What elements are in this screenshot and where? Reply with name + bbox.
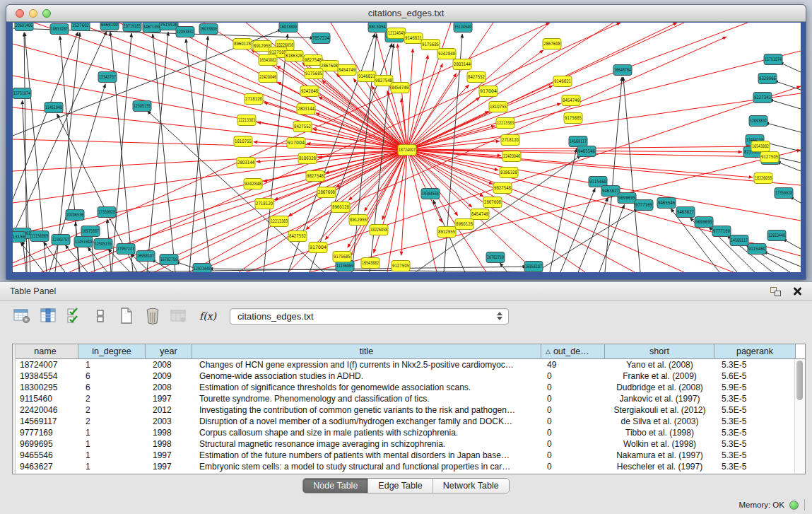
graph-node[interactable]: 16782759 (160, 255, 178, 265)
graph-node[interactable]: 2718120 (501, 135, 519, 146)
graph-node[interactable]: 2803144 (453, 59, 471, 70)
graph-node[interactable]: 16543882 (361, 258, 379, 269)
graph-node[interactable]: 8454749 (562, 95, 580, 106)
select-all-button[interactable] (64, 305, 85, 327)
graph-node[interactable]: 9827548 (375, 76, 393, 86)
graph-node[interactable]: 1810755 (234, 136, 252, 147)
table-row[interactable]: 1830029562008Estimation of significance … (13, 382, 805, 393)
graph-node[interactable]: 1810755 (489, 102, 507, 112)
column-header-6[interactable]: pagerank (714, 344, 796, 358)
graph-node[interactable]: 9329966 (758, 74, 777, 84)
table-row[interactable]: 911546021997Tourette syndrome. Phenomeno… (13, 393, 805, 404)
graph-node[interactable]: 11156869 (30, 231, 49, 242)
graph-node[interactable]: 9242848 (244, 179, 262, 189)
graph-node[interactable]: 16033809 (199, 24, 218, 35)
graph-node[interactable]: 8960128 (233, 39, 252, 49)
graph-node[interactable]: 14671358 (143, 23, 161, 33)
graph-node[interactable]: 22420046 (259, 72, 277, 83)
graph-node[interactable]: 12923448 (193, 264, 211, 273)
column-header-2[interactable]: year (146, 344, 192, 358)
graph-node[interactable]: 9242848 (300, 86, 319, 97)
graph-node[interactable]: 8427552 (467, 72, 486, 83)
graph-node[interactable]: 9242848 (437, 49, 456, 59)
graph-node[interactable]: 12342757 (52, 235, 70, 245)
graph-node[interactable]: 8427552 (293, 122, 312, 132)
graph-node[interactable]: 14569117 (569, 136, 587, 147)
graph-node[interactable]: 917004 (479, 86, 498, 97)
scrollbar-thumb[interactable] (796, 361, 803, 400)
graph-node[interactable]: 18226058 (754, 173, 772, 184)
graph-node[interactable]: 9115460 (748, 244, 766, 255)
graph-node[interactable]: 8186328 (298, 153, 317, 164)
column-header-1[interactable]: in_degree (78, 344, 146, 358)
graph-node[interactable]: 20691406 (15, 23, 33, 31)
graph-node[interactable]: 12093832 (176, 27, 194, 37)
graph-node[interactable]: 17359928 (775, 188, 793, 199)
graph-node[interactable]: 12213383 (270, 216, 288, 227)
graph-node[interactable]: 8186328 (500, 168, 518, 178)
graph-node[interactable]: 8960128 (455, 219, 473, 230)
graph-node[interactable]: 8912955 (437, 227, 456, 238)
table-settings-button[interactable] (11, 305, 33, 327)
graph-node[interactable]: 17359928 (98, 207, 116, 218)
table-row[interactable]: 1872400712008Changes of HCN gene express… (13, 359, 805, 370)
tab-edge-table[interactable]: Edge Table (368, 479, 433, 493)
graph-node[interactable]: 17957223 (117, 244, 135, 255)
graph-node[interactable]: 22420046 (502, 151, 521, 162)
float-panel-icon[interactable] (770, 287, 781, 296)
graph-node[interactable]: 18724007 (398, 145, 416, 156)
graph-node[interactable]: 917004 (309, 243, 327, 253)
graph-node[interactable]: 12505135 (133, 101, 151, 112)
graph-node[interactable]: 16975887 (81, 226, 100, 237)
graph-node[interactable]: 1527602 (71, 23, 90, 31)
window-titlebar[interactable]: citations_edges.txt (6, 5, 806, 22)
graph-node[interactable]: 9777169 (712, 226, 731, 237)
graph-node[interactable]: 12342757 (98, 72, 117, 83)
graph-node[interactable]: 8960128 (331, 202, 350, 213)
table-row[interactable]: 977716911998Corpus callosum shape and si… (13, 427, 805, 438)
graph-node[interactable]: 2803144 (297, 104, 315, 115)
graph-node[interactable]: 8427552 (288, 231, 307, 242)
graph-node[interactable]: 15124549 (454, 23, 472, 33)
graph-node[interactable]: 16958107 (524, 262, 543, 272)
graph-node[interactable]: 9146821 (553, 76, 572, 87)
graph-node[interactable]: 8454749 (391, 83, 409, 93)
graph-node[interactable]: 12093832 (749, 116, 767, 127)
graph-node[interactable]: 12923448 (767, 230, 786, 241)
network-canvas[interactable]: 2069140610653287152760264661001071918514… (13, 23, 801, 272)
table-row[interactable]: 2242004622012Investigating the contribut… (13, 404, 805, 416)
graph-node[interactable]: 16782759 (486, 252, 505, 263)
memory-ok-indicator-icon[interactable] (789, 501, 799, 510)
tab-network-table[interactable]: Network Table (433, 479, 509, 493)
graph-node[interactable]: 15751074 (764, 54, 782, 65)
graph-node[interactable]: 9146821 (404, 33, 423, 44)
graph-node[interactable]: 9175685 (305, 69, 323, 79)
graph-node[interactable]: 12124549 (387, 28, 406, 39)
graph-node[interactable]: 9127505 (760, 152, 779, 163)
graph-node[interactable]: 16958107 (136, 251, 155, 262)
table-row[interactable]: 969969511998Structural magnetic resonanc… (13, 438, 805, 450)
graph-node[interactable]: 14569117 (730, 235, 748, 246)
show-column-button[interactable] (37, 305, 59, 327)
graph-node[interactable]: 10719185 (123, 23, 141, 32)
graph-node[interactable]: 16033809 (279, 23, 298, 33)
table-row[interactable]: 946362711997Embryonic stem cells: a mode… (13, 461, 805, 472)
graph-node[interactable]: 8454749 (338, 65, 356, 76)
graph-node[interactable]: 9699695 (618, 193, 636, 204)
graph-node[interactable]: 2718120 (255, 199, 273, 209)
row-height-button[interactable] (90, 305, 111, 327)
graph-node[interactable]: 10653287 (50, 24, 69, 35)
graph-node[interactable]: 12213383 (237, 115, 256, 126)
network-selector-dropdown[interactable]: citations_edges.txt (230, 308, 509, 325)
graph-node[interactable]: 2718120 (245, 94, 263, 105)
graph-node[interactable]: 2867608 (543, 39, 561, 49)
graph-node[interactable]: 6466100 (100, 23, 119, 30)
zoom-window-icon[interactable] (42, 9, 51, 18)
column-header-3[interactable]: title (192, 344, 541, 358)
graph-node[interactable]: 11451940 (45, 103, 63, 113)
graph-node[interactable]: 9127505 (392, 261, 410, 271)
table-row[interactable]: 1456911722003Disruption of a novel membe… (13, 416, 805, 427)
delete-column-button[interactable] (142, 305, 163, 327)
graph-node[interactable]: 2867608 (317, 187, 336, 198)
graph-node[interactable]: 9827548 (306, 171, 324, 182)
